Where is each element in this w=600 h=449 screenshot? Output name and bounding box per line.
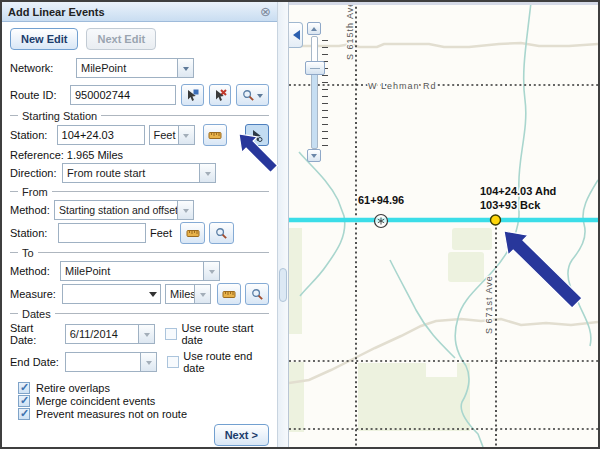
zoom-slider-ticks: [322, 40, 328, 150]
station-b-label-line2: 103+93 Bck: [480, 199, 541, 211]
to-method-select[interactable]: MilePoint: [60, 261, 220, 281]
measure-ruler-icon: [186, 227, 200, 239]
add-linear-events-panel: Add Linear Events ⊗ New Edit Next Edit N…: [2, 2, 277, 447]
map-view[interactable]: 61+94.96 104+24.03 Ahd 103+93 Bck W Lehm…: [289, 2, 598, 447]
zoom-out-button[interactable]: [307, 149, 321, 162]
unit-value: Feet: [150, 126, 178, 144]
reference-point-marker[interactable]: [375, 215, 388, 228]
to-unit-value: Miles: [166, 285, 194, 303]
to-measure-combo[interactable]: [62, 284, 161, 304]
section-starting-station: Starting Station: [10, 109, 269, 122]
route-id-input[interactable]: [70, 85, 176, 105]
chevron-down-icon[interactable]: [146, 285, 160, 303]
route-id-label: Route ID:: [10, 89, 65, 101]
to-measure-label: Measure:: [10, 288, 58, 300]
from-search-button[interactable]: [209, 222, 234, 244]
next-button[interactable]: Next >: [214, 424, 269, 446]
section-to: To: [10, 246, 269, 259]
collapse-panel-tab[interactable]: [289, 22, 303, 48]
map-field-polygon: [452, 228, 492, 250]
close-icon[interactable]: ⊗: [260, 5, 271, 18]
to-search-button[interactable]: [245, 283, 269, 305]
to-method-label: Method:: [10, 265, 60, 277]
select-route-on-map-button[interactable]: [181, 84, 204, 106]
to-measure-value: [63, 285, 146, 303]
from-unit-label: Feet: [150, 227, 172, 239]
map-field-polygon: [448, 252, 484, 282]
station-a-label: 61+94.96: [358, 194, 404, 206]
to-measure-button[interactable]: [217, 283, 241, 305]
from-method-select[interactable]: Starting station and offset: [54, 200, 194, 220]
selected-station-marker[interactable]: [491, 215, 501, 225]
search-icon: [251, 288, 264, 301]
reference-text: Reference: 1.965 Miles: [10, 149, 123, 161]
start-date-value: 6/11/2014: [66, 325, 139, 343]
map-minor-road: [289, 43, 598, 47]
end-date-label: End Date:: [10, 356, 61, 368]
retire-overlaps-checkbox[interactable]: [18, 382, 30, 394]
map-minor-road: [289, 319, 598, 383]
prevent-measures-checkbox[interactable]: [18, 408, 30, 420]
from-station-input[interactable]: [58, 223, 146, 243]
chevron-down-icon: [177, 201, 193, 219]
starting-station-measure-button[interactable]: [203, 124, 227, 146]
from-method-label: Method:: [10, 204, 54, 216]
panel-header: Add Linear Events ⊗: [2, 2, 277, 22]
app-window: Add Linear Events ⊗ New Edit Next Edit N…: [0, 0, 600, 449]
chevron-down-icon[interactable]: [140, 353, 156, 371]
cursor-pick-icon: [250, 129, 263, 142]
search-icon: [242, 89, 255, 102]
chevron-up-icon: [311, 24, 317, 31]
use-route-start-date-checkbox[interactable]: [165, 328, 177, 340]
use-route-end-date-checkbox[interactable]: [167, 356, 179, 368]
use-route-end-date-label: Use route end date: [183, 350, 269, 374]
direction-select[interactable]: From route start: [62, 163, 216, 183]
new-edit-button[interactable]: New Edit: [10, 28, 78, 50]
section-dates: Dates: [10, 307, 269, 320]
chevron-down-icon: [178, 126, 194, 144]
next-edit-button[interactable]: Next Edit: [86, 28, 156, 50]
measure-ruler-icon: [208, 129, 222, 141]
chevron-left-icon: [289, 30, 300, 40]
starting-station-unit-select[interactable]: Feet: [149, 125, 195, 145]
map-top-border: [289, 2, 598, 5]
retire-overlaps-label: Retire overlaps: [36, 382, 110, 394]
chevron-down-icon[interactable]: [177, 59, 193, 77]
station-b-label-line1: 104+24.03 Ahd: [480, 185, 556, 197]
route-search-button[interactable]: [236, 84, 269, 106]
end-date-picker[interactable]: [65, 352, 157, 372]
zoom-in-button[interactable]: [307, 22, 321, 35]
measure-ruler-icon: [222, 288, 236, 300]
starting-station-input[interactable]: [57, 125, 145, 145]
prevent-measures-label: Prevent measures not on route: [36, 408, 187, 420]
pick-station-on-map-button[interactable]: [245, 124, 269, 146]
section-from: From: [10, 185, 269, 198]
zoom-slider-track[interactable]: [311, 36, 318, 149]
network-label: Network:: [10, 62, 76, 74]
network-select[interactable]: MilePoint: [76, 58, 194, 78]
start-date-label: Start Date:: [10, 322, 61, 346]
map-field-polygon: [289, 362, 304, 432]
map-field-polygon: [289, 228, 302, 334]
panel-scrollbar[interactable]: [277, 2, 289, 447]
chevron-down-icon: [199, 164, 215, 182]
cursor-clear-icon: [214, 89, 227, 102]
map-canvas: 61+94.96 104+24.03 Ahd 103+93 Bck W Lehm…: [289, 2, 598, 447]
to-unit-select[interactable]: Miles: [165, 284, 211, 304]
clear-route-selection-button[interactable]: [209, 84, 232, 106]
road-label-w-lehman-rd: W Lehman Rd: [368, 81, 437, 91]
merge-coincident-events-checkbox[interactable]: [18, 395, 30, 407]
map-field-polygon: [358, 363, 470, 431]
from-measure-button[interactable]: [180, 222, 205, 244]
chevron-down-icon: [194, 285, 210, 303]
road-label-s-671st-ave: S 671st Ave: [484, 275, 494, 334]
zoom-slider-handle[interactable]: [305, 61, 325, 75]
use-route-start-date-label: Use route start date: [181, 322, 269, 346]
from-station-label: Station:: [10, 227, 54, 239]
station-label: Station:: [10, 129, 53, 141]
start-date-picker[interactable]: 6/11/2014: [65, 324, 156, 344]
chevron-down-icon[interactable]: [138, 325, 154, 343]
direction-label: Direction:: [10, 167, 62, 179]
scrollbar-thumb[interactable]: [279, 268, 287, 302]
network-value: MilePoint: [77, 59, 177, 77]
